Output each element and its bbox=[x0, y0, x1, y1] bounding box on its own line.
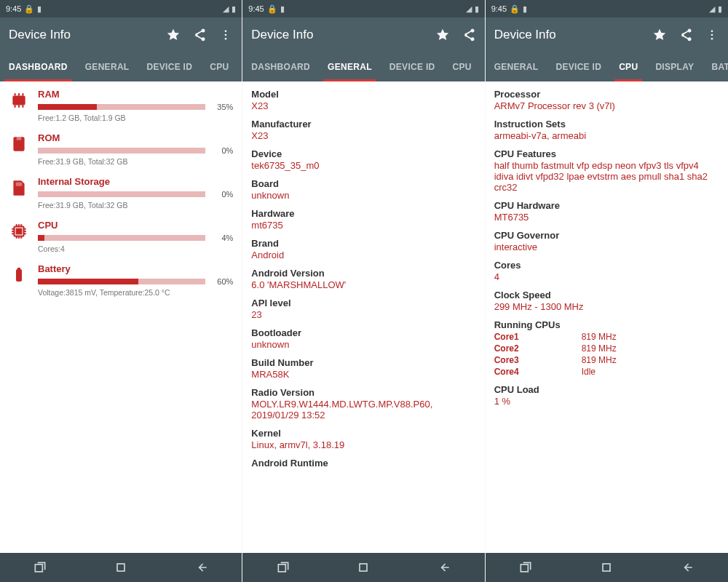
dash-title: RAM bbox=[38, 89, 233, 100]
rom-icon bbox=[9, 134, 29, 154]
pane-general: 9:45 🔒 ▮ ◢ ▮ Device Info DASHBOARDGENERA… bbox=[242, 0, 485, 582]
recent-icon[interactable] bbox=[275, 559, 291, 575]
share-icon[interactable] bbox=[192, 28, 207, 42]
kv-build-number: Build NumberMRA58K bbox=[251, 357, 475, 380]
share-icon[interactable] bbox=[462, 28, 476, 42]
home-icon[interactable] bbox=[113, 559, 129, 575]
kv-instruction-sets: Instruction Setsarmeabi-v7a, armeabi bbox=[494, 119, 719, 141]
kv-label: Kernel bbox=[251, 428, 475, 439]
battery-icon bbox=[9, 265, 29, 285]
app-title: Device Info bbox=[9, 28, 157, 42]
back-icon[interactable] bbox=[679, 559, 695, 575]
pane-dashboard: 9:45 🔒 ▮ ◢ ▮ Device Info bbox=[0, 0, 242, 582]
back-icon[interactable] bbox=[436, 559, 452, 575]
dash-item-cpu[interactable]: CPU4%Cores:4 bbox=[9, 220, 233, 253]
overflow-icon[interactable] bbox=[705, 28, 719, 42]
kv-label: Hardware bbox=[251, 208, 475, 219]
kv-label: Bootloader bbox=[251, 327, 475, 338]
star-icon[interactable] bbox=[652, 28, 667, 42]
kv-radio-version: Radio VersionMOLY.LR9.W1444.MD.LWTG.MP.V… bbox=[251, 387, 475, 420]
kv-value: X23 bbox=[251, 130, 475, 141]
kv-processor: ProcessorARMv7 Processor rev 3 (v7l) bbox=[494, 89, 719, 111]
tab-dashboard[interactable]: DASHBOARD bbox=[0, 52, 76, 81]
nav-bar bbox=[0, 553, 242, 582]
svg-rect-6 bbox=[22, 93, 23, 95]
progress-bar bbox=[38, 148, 205, 154]
kv-value: tek6735_35_m0 bbox=[251, 160, 475, 171]
dash-item-battery[interactable]: Battery60%Voltage:3815 mV, Temperature:2… bbox=[9, 263, 233, 297]
svg-rect-16 bbox=[36, 565, 43, 572]
kv-label: Board bbox=[251, 178, 475, 189]
star-icon[interactable] bbox=[435, 28, 450, 42]
kv-label: API level bbox=[251, 298, 475, 308]
general-content: ModelX23ManufacturerX23Devicetek6735_35_… bbox=[242, 81, 484, 553]
lock-icon: 🔒 bbox=[267, 4, 277, 14]
svg-rect-9 bbox=[22, 105, 23, 108]
home-icon[interactable] bbox=[598, 559, 614, 575]
status-bar: 9:45 🔒 ▮ ◢ ▮ bbox=[242, 0, 484, 17]
svg-rect-11 bbox=[16, 182, 23, 186]
recent-icon[interactable] bbox=[32, 559, 48, 575]
tab-device-id[interactable]: DEVICE ID bbox=[138, 52, 201, 81]
tab-dis[interactable]: DIS bbox=[480, 52, 485, 81]
dash-title: Internal Storage bbox=[38, 176, 233, 187]
tab-general[interactable]: GENERAL bbox=[76, 52, 138, 81]
kv-running-cpus: Running CPUsCore1819 MHzCore2819 MHzCore… bbox=[494, 319, 719, 377]
kv-value: X23 bbox=[251, 100, 475, 111]
tab-cpu[interactable]: CPU bbox=[444, 52, 480, 81]
cpu-core-row: Core2819 MHz bbox=[494, 343, 719, 354]
cpu-icon bbox=[9, 221, 29, 242]
tab-battery[interactable]: BATTERY bbox=[703, 52, 728, 81]
svg-rect-17 bbox=[117, 564, 124, 571]
tab-general[interactable]: GENERAL bbox=[486, 52, 547, 81]
tab-cpu[interactable]: CPU bbox=[610, 52, 646, 81]
cpu-core-row: Core3819 MHz bbox=[494, 355, 719, 365]
cpu-core-name: Core4 bbox=[494, 367, 582, 377]
kv-label: Cores bbox=[494, 260, 719, 271]
cpu-core-value: 819 MHz bbox=[582, 332, 617, 342]
tab-device-id[interactable]: DEVICE ID bbox=[547, 52, 610, 81]
dash-subtitle: Voltage:3815 mV, Temperature:25.0 °C bbox=[38, 288, 233, 297]
tab-cpu[interactable]: CPU bbox=[201, 52, 237, 81]
sd-icon: ▮ bbox=[523, 4, 527, 14]
cpu-core-name: Core2 bbox=[494, 343, 582, 354]
battery-indicator-icon: ▮ bbox=[718, 4, 722, 14]
dash-subtitle: Free:31.9 GB, Total:32 GB bbox=[38, 157, 233, 166]
kv-cores: Cores4 bbox=[494, 260, 719, 282]
nav-bar bbox=[486, 553, 728, 582]
share-icon[interactable] bbox=[678, 28, 693, 42]
dash-title: ROM bbox=[38, 132, 233, 143]
tab-display[interactable]: DISPLAY bbox=[237, 52, 242, 81]
svg-rect-7 bbox=[15, 105, 16, 108]
kv-value: MT6735 bbox=[494, 212, 719, 223]
kv-label: CPU Hardware bbox=[494, 200, 719, 211]
status-time: 9:45 bbox=[6, 4, 21, 13]
kv-board: Boardunknown bbox=[251, 178, 475, 201]
progress-percent: 0% bbox=[211, 190, 233, 199]
overflow-icon[interactable] bbox=[218, 28, 233, 42]
star-icon[interactable] bbox=[166, 28, 181, 42]
dash-item-internal-storage[interactable]: Internal Storage0%Free:31.9 GB, Total:32… bbox=[9, 176, 233, 210]
ram-icon bbox=[9, 90, 29, 111]
home-icon[interactable] bbox=[355, 559, 371, 575]
kv-label: Manufacturer bbox=[251, 119, 475, 129]
dash-title: CPU bbox=[38, 220, 233, 231]
tab-general[interactable]: GENERAL bbox=[319, 52, 381, 81]
svg-point-21 bbox=[711, 34, 713, 36]
progress-percent: 4% bbox=[211, 234, 233, 242]
tab-dashboard[interactable]: DASHBOARD bbox=[242, 52, 319, 81]
svg-rect-24 bbox=[603, 564, 610, 571]
tab-device-id[interactable]: DEVICE ID bbox=[381, 52, 444, 81]
svg-rect-18 bbox=[278, 565, 285, 572]
kv-manufacturer: ManufacturerX23 bbox=[251, 119, 475, 141]
battery-indicator-icon: ▮ bbox=[232, 4, 236, 14]
recent-icon[interactable] bbox=[518, 559, 534, 575]
svg-point-20 bbox=[711, 30, 713, 32]
dash-item-rom[interactable]: ROM0%Free:31.9 GB, Total:32 GB bbox=[9, 132, 233, 166]
back-icon[interactable] bbox=[194, 559, 210, 575]
dash-item-ram[interactable]: RAM35%Free:1.2 GB, Total:1.9 GB bbox=[9, 89, 233, 122]
kv-label: Brand bbox=[251, 238, 475, 249]
dashboard-content: RAM35%Free:1.2 GB, Total:1.9 GBROM0%Free… bbox=[0, 81, 242, 553]
signal-icon: ◢ bbox=[466, 4, 472, 14]
tab-display[interactable]: DISPLAY bbox=[646, 52, 703, 81]
